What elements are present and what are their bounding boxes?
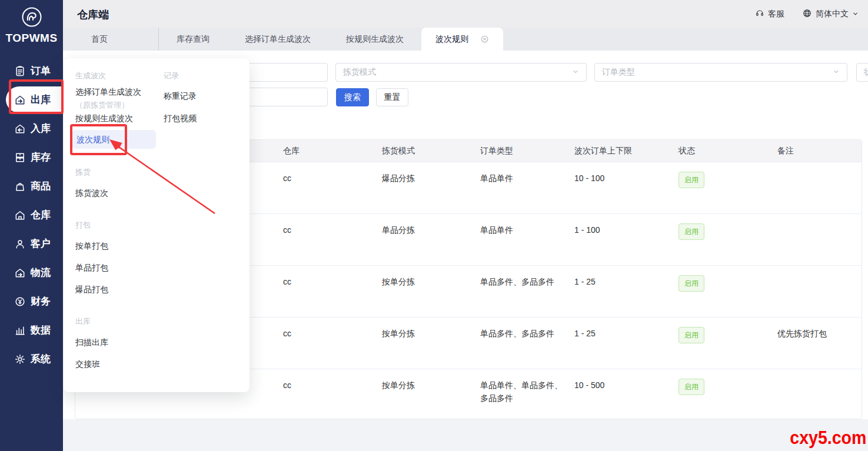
finance-icon (14, 296, 26, 308)
sidebar-item-label: 客户 (31, 237, 51, 250)
menu-item-单品打包[interactable]: 单品打包 (75, 262, 108, 273)
menu-section-title: 打包 (75, 219, 91, 231)
sidebar-item-order[interactable]: 订单 (0, 56, 63, 85)
support-link[interactable]: 客服 (755, 8, 784, 19)
order-icon (14, 65, 26, 77)
sidebar-item-warehouse[interactable]: 仓库 (0, 201, 63, 229)
menu-item-选择订单生成波次[interactable]: 选择订单生成波次（原拣货管理） (75, 86, 141, 111)
sidebar-item-inventory[interactable]: 库存 (0, 143, 63, 172)
inventory-icon (14, 152, 26, 163)
column-header-仓库: 仓库 (283, 146, 300, 156)
cell-range: 10 - 100 (574, 172, 671, 185)
cell-mode: 按单分拣 (382, 379, 470, 392)
menu-section-title: 生成波次 (75, 70, 106, 82)
topwms-logo-icon (21, 6, 43, 31)
search-button[interactable]: 搜索 (336, 88, 369, 106)
cell-mode: 爆品分拣 (382, 172, 470, 185)
column-header-状态: 状态 (679, 146, 695, 156)
column-header-拣货模式: 拣货模式 (382, 146, 415, 156)
cell-mode: 单品分拣 (382, 223, 470, 236)
tab-label: 首页 (91, 34, 108, 45)
menu-item-交接班[interactable]: 交接班 (75, 358, 100, 370)
watermark: cxy5.com (790, 427, 866, 449)
sidebar-item-customer[interactable]: 客户 (0, 229, 63, 258)
cell-order_type: 单品单件 (480, 223, 568, 236)
sidebar-item-label: 库存 (31, 151, 51, 164)
picking-mode-select[interactable]: 拣货模式 (335, 63, 587, 82)
app-window: TOPWMS 订单出库入库库存商品仓库客户物流财务数据系统 仓库端 客服 (0, 0, 868, 451)
sidebar-item-label: 出库 (31, 93, 51, 106)
customer-icon (14, 238, 26, 250)
column-header-订单类型: 订单类型 (480, 146, 513, 156)
cell-order_type: 单品多件、多品多件 (480, 275, 568, 288)
brand: TOPWMS (0, 6, 63, 45)
menu-item-按单打包[interactable]: 按单打包 (75, 240, 108, 252)
sidebar-item-outbound[interactable]: 出库 (0, 85, 63, 114)
sidebar-item-label: 仓库 (31, 208, 51, 222)
status-placeholder: 状 (864, 67, 868, 78)
picking-mode-placeholder: 拣货模式 (343, 67, 376, 78)
reset-button[interactable]: 重置 (376, 88, 408, 106)
tab-库存查询[interactable]: 库存查询 (159, 28, 227, 51)
outbound-icon (14, 94, 26, 106)
sidebar-item-product[interactable]: 商品 (0, 172, 63, 201)
status-badge: 启用 (679, 275, 704, 292)
column-header-波次订单上下限: 波次订单上下限 (574, 146, 632, 156)
menu-item-称重记录[interactable]: 称重记录 (164, 90, 197, 102)
cell-warehouse: cc (283, 379, 371, 392)
sidebar-item-inbound[interactable]: 入库 (0, 114, 63, 143)
chevron-down-icon (833, 68, 840, 77)
tab-label: 库存查询 (177, 34, 209, 45)
tab-波次规则[interactable]: 波次规则 (421, 28, 503, 51)
language-switcher[interactable]: 简体中文 (802, 8, 859, 20)
logistics-icon (14, 267, 26, 279)
tab-bar: 首页库存查询选择订单生成波次按规则生成波次波次规则 (63, 28, 868, 51)
sidebar-item-label: 物流 (31, 266, 51, 279)
cell-range: 10 - 500 (574, 379, 671, 392)
sidebar-item-system[interactable]: 系统 (0, 345, 63, 373)
chevron-down-icon (852, 9, 859, 19)
menu-item-打包视频[interactable]: 打包视频 (164, 112, 197, 124)
tab-label: 波次规则 (435, 34, 468, 45)
cell-mode: 按单分拣 (382, 275, 470, 288)
sidebar-item-label: 商品 (31, 179, 51, 193)
menu-item-按规则生成波次[interactable]: 按规则生成波次 (75, 112, 133, 124)
chevron-down-icon (572, 68, 579, 77)
status-badge: 启用 (679, 223, 704, 240)
menu-item-扫描出库[interactable]: 扫描出库 (75, 336, 108, 348)
sidebar-item-finance[interactable]: 财务 (0, 287, 63, 316)
system-icon (14, 353, 26, 365)
cell-remark: 优先拣货打包 (777, 327, 862, 340)
status-select[interactable]: 状 (856, 63, 868, 82)
cell-mode: 按单分拣 (382, 327, 470, 340)
cell-range: 1 - 25 (574, 327, 671, 340)
cell-range: 1 - 25 (574, 275, 671, 288)
sidebar-item-data[interactable]: 数据 (0, 316, 63, 345)
cell-order_type: 单品单件、单品多件、多品多件 (480, 379, 568, 405)
tab-选择订单生成波次[interactable]: 选择订单生成波次 (227, 28, 328, 51)
status-badge: 启用 (679, 379, 704, 395)
brand-name: TOPWMS (0, 32, 63, 45)
tab-close-icon[interactable] (480, 35, 489, 44)
menu-item-波次规则[interactable]: 波次规则 (72, 130, 156, 149)
sidebar-nav: 订单出库入库库存商品仓库客户物流财务数据系统 (0, 56, 63, 373)
tab-首页[interactable]: 首页 (75, 28, 159, 51)
sidebar-item-logistics[interactable]: 物流 (0, 258, 63, 287)
data-icon (14, 325, 26, 336)
cell-warehouse: cc (283, 172, 371, 185)
order-type-select[interactable]: 订单类型 (594, 63, 847, 82)
column-header-备注: 备注 (777, 146, 794, 156)
status-badge: 启用 (679, 172, 704, 188)
order-type-placeholder: 订单类型 (602, 67, 635, 78)
tab-label: 按规则生成波次 (346, 34, 404, 45)
tab-按规则生成波次[interactable]: 按规则生成波次 (328, 28, 421, 51)
cell-warehouse: cc (283, 223, 371, 236)
menu-section-title: 出库 (75, 316, 91, 328)
menu-item-拣货波次[interactable]: 拣货波次 (75, 187, 108, 199)
cell-warehouse: cc (283, 275, 371, 288)
cell-status: 启用 (679, 172, 767, 188)
globe-icon (802, 8, 812, 20)
status-badge: 启用 (679, 327, 704, 343)
product-icon (14, 181, 26, 192)
menu-item-爆品打包[interactable]: 爆品打包 (75, 283, 108, 295)
